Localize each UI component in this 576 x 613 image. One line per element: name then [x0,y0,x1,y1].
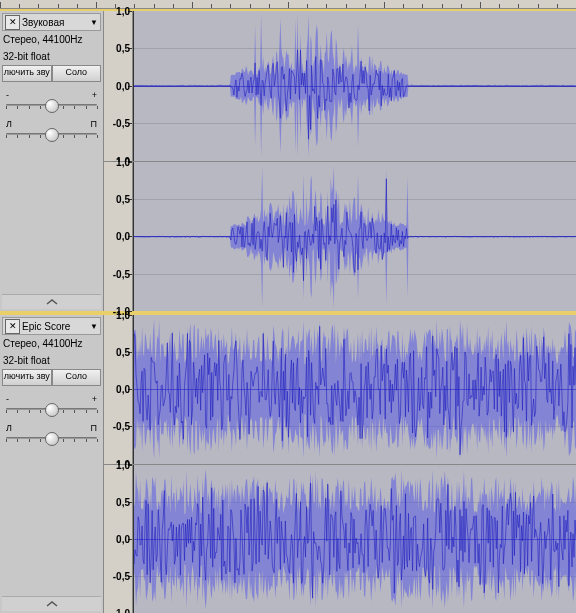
slider-thumb[interactable] [45,432,59,446]
track-control-panel: ✕ Звуковая ▼ Стерео, 44100Hz 32-bit floa… [0,11,104,311]
pan-slider[interactable]: ЛП [6,423,97,442]
amplitude-ruler: 1,00,50,0-0,5-1,0 [104,162,133,312]
track-header[interactable]: ✕ Epic Score ▼ [2,317,101,335]
slider-thumb[interactable] [45,128,59,142]
track-format: Стерео, 44100Hz [2,335,101,352]
track-bitdepth: 32-bit float [2,352,101,369]
track-title: Epic Score [22,321,88,332]
track-bitdepth: 32-bit float [2,48,101,65]
amplitude-ruler: 1,00,50,0-0,5-1,0 [104,11,133,161]
close-icon[interactable]: ✕ [5,319,20,334]
solo-button[interactable]: Соло [52,65,102,82]
collapse-track-button[interactable] [2,294,101,309]
track-format: Стерео, 44100Hz [2,31,101,48]
timeline-ruler[interactable] [0,0,576,9]
waveform-channel[interactable] [133,465,576,614]
waveform-channel[interactable] [133,162,576,312]
track-control-panel: ✕ Epic Score ▼ Стерео, 44100Hz 32-bit fl… [0,315,104,613]
slider-thumb[interactable] [45,99,59,113]
slider-thumb[interactable] [45,403,59,417]
mute-button[interactable]: лючить зву [2,369,52,386]
track-title: Звуковая [22,17,88,28]
amplitude-ruler: 1,00,50,0-0,5-1,0 [104,465,133,614]
gain-slider[interactable]: -+ [6,90,97,109]
waveform-channel[interactable] [133,315,576,464]
chevron-down-icon[interactable]: ▼ [90,322,98,331]
track-header[interactable]: ✕ Звуковая ▼ [2,13,101,31]
gain-slider[interactable]: -+ [6,394,97,413]
close-icon[interactable]: ✕ [5,15,20,30]
mute-button[interactable]: лючить зву [2,65,52,82]
audio-track: ✕ Звуковая ▼ Стерео, 44100Hz 32-bit floa… [0,9,576,313]
amplitude-ruler: 1,00,50,0-0,5-1,0 [104,315,133,464]
chevron-down-icon[interactable]: ▼ [90,18,98,27]
solo-button[interactable]: Соло [52,369,102,386]
pan-slider[interactable]: ЛП [6,119,97,138]
waveform-channel[interactable] [133,11,576,161]
collapse-track-button[interactable] [2,596,101,611]
audio-track: ✕ Epic Score ▼ Стерео, 44100Hz 32-bit fl… [0,313,576,613]
